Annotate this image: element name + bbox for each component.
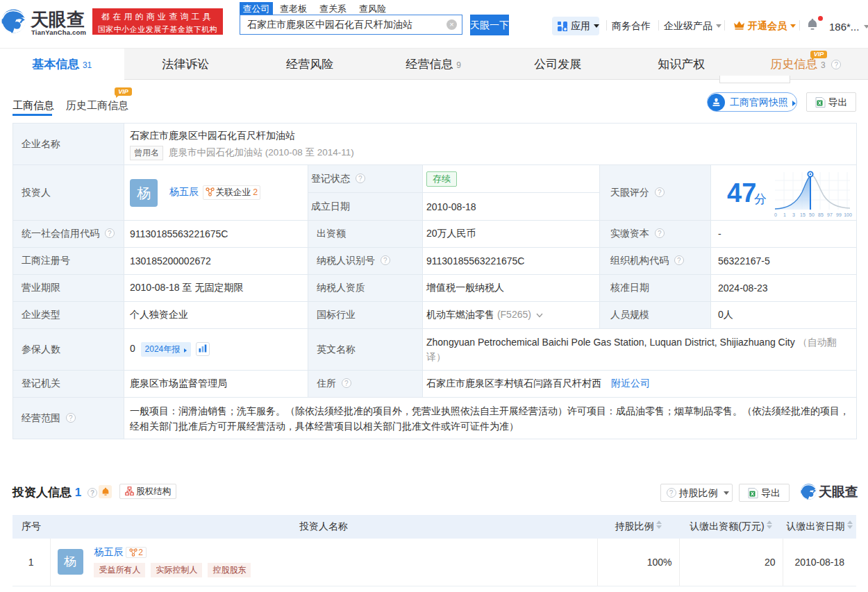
svg-text:3: 3 (792, 212, 795, 217)
svg-text:85: 85 (818, 212, 824, 217)
svg-text:15: 15 (800, 212, 806, 217)
svg-text:0: 0 (774, 212, 777, 217)
svg-text:97: 97 (827, 212, 833, 217)
svg-text:100: 100 (844, 212, 852, 217)
svg-text:99: 99 (836, 212, 842, 217)
svg-text:50: 50 (809, 212, 815, 217)
svg-text:1: 1 (783, 212, 786, 217)
